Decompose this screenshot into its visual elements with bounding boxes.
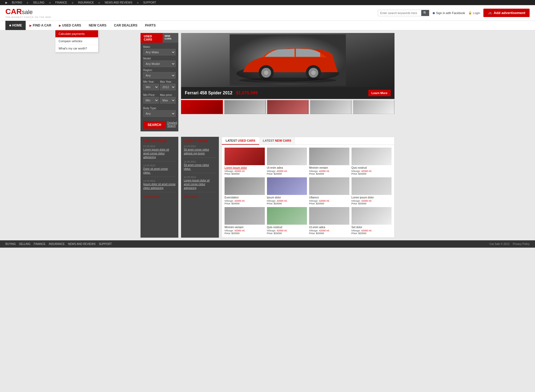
more-reviews-link[interactable]: More Reviews [143, 195, 160, 198]
review-3-link[interactable]: Ipsum dolor sit amet conse ctetur adipis… [143, 183, 176, 190]
header-right: 🔍 ■ Sign in with Facebook 🔒 Login 🚗 Add … [378, 9, 530, 17]
nav-home[interactable]: ■ HOME [5, 21, 26, 30]
min-price-label: Min Price: [143, 94, 159, 97]
min-price-select[interactable]: Min [143, 97, 159, 104]
car-card-3[interactable]: Mminim veniam Mileage: 42000 ml. Price: … [309, 148, 349, 175]
footer: BUYING SELLING FINANCE INSURANCE NEWS AN… [0, 240, 535, 248]
thumb-4[interactable] [310, 100, 352, 114]
footer-buying[interactable]: BUYING [5, 242, 16, 245]
car-price-10: Price: $20000 [267, 232, 307, 235]
car-price-8: Price: $20000 [352, 202, 392, 205]
car-card-4[interactable]: Quis nostrud Mileage: 42000 ml. Price: $… [352, 148, 392, 175]
car-img-5 [225, 177, 265, 195]
home-icon: ■ [9, 24, 11, 27]
car-card-10[interactable]: Quis nostrud Mileage: 42000 ml. Price: $… [267, 207, 307, 235]
more-news-link[interactable]: More News [184, 195, 198, 198]
tab-new-cars[interactable]: NEW CARS [163, 33, 178, 43]
topbar-arrow: ▶ [5, 1, 8, 4]
svg-point-4 [264, 71, 268, 75]
max-price-label: Max price: [160, 94, 176, 97]
car-name-7: Ullamco [309, 196, 349, 199]
news-1-link[interactable]: Sit amet conse ctetur adipisic-ing lorem [184, 148, 209, 155]
footer-finance[interactable]: FINANCE [34, 242, 46, 245]
topbar-buying[interactable]: BUYING [12, 1, 22, 4]
topbar-insurance[interactable]: INSURANCE [78, 1, 94, 4]
car-card-11[interactable]: Ut enim adea Mileage: 42000 ml. Price: $… [309, 207, 349, 235]
detailed-search-link[interactable]: Detailed Search [167, 121, 177, 127]
dropdown-compare[interactable]: Compare vehicles [55, 38, 98, 45]
thumb-3[interactable] [267, 100, 309, 114]
car-img-1 [225, 148, 265, 165]
cars-grid: Lorem ipsum dolor Mileage: 42000 ml. Pri… [222, 145, 394, 237]
footer-right: Car Sale © 2012 Privacy Policy [490, 242, 530, 245]
min-year-select[interactable]: Min [143, 84, 159, 90]
review-1-link[interactable]: Lorem ipsum dolor sit amet conse ctetur … [143, 148, 169, 159]
svg-point-7 [311, 71, 316, 75]
car-name-6: Ipsum dolor [267, 196, 307, 199]
news-2: 12.25.2012 Sit amet conse ctetur cletur. [184, 160, 216, 173]
car-card-2[interactable]: Ut enim adea Mileage: 42000 ml. Price: $… [267, 148, 307, 175]
nav-new-cars[interactable]: NEW CARS [85, 21, 110, 30]
car-img-6 [267, 177, 307, 195]
car-card-1[interactable]: Lorem ipsum dolor Mileage: 42000 ml. Pri… [225, 148, 265, 175]
nav-car-dealers[interactable]: CAR DEALERS [110, 21, 141, 30]
car-card-12[interactable]: Set dolor Mileage: 42000 ml. Price: $200… [352, 207, 392, 235]
car-card-6[interactable]: Ipsum dolor Mileage: 42000 ml. Price: $2… [267, 177, 307, 205]
car-name-4: Quis nostrud [352, 166, 392, 169]
review-2-link[interactable]: Dolor sit amet conse ctetur. [143, 167, 168, 174]
thumb-5[interactable] [353, 100, 394, 114]
review-1-date: 12.25.2012 [143, 145, 176, 148]
car-mileage-5: Mileage: 42000 ml. [225, 200, 265, 202]
topbar-news[interactable]: NEWS AND REVIEWS [105, 1, 132, 4]
search-button[interactable]: 🔍 [421, 10, 429, 16]
tab-used-cars[interactable]: USED CARS [141, 33, 163, 43]
tab-latest-new[interactable]: LATEST NEW CARS [259, 137, 295, 145]
car-mileage-6: Mileage: 42000 ml. [267, 200, 307, 202]
nav-find-a-car[interactable]: ▶ FIND A CAR [26, 21, 55, 30]
logo-sale: sale [22, 9, 33, 15]
tab-latest-used[interactable]: LATEST USED CARS [222, 137, 259, 145]
review-2: 12.25.2012 Dolor sit amet conse ctetur. [143, 164, 176, 177]
car-price-7: Price: $20000 [309, 202, 349, 205]
thumb-1[interactable] [181, 100, 223, 114]
make-select[interactable]: Any Make [143, 49, 176, 55]
make-label: Make: [143, 45, 176, 48]
nav-used-cars[interactable]: ▶ USED CARS Calculate payments Compare v… [55, 21, 85, 30]
car-card-5[interactable]: Exercitation Mileage: 42000 ml. Price: $… [225, 177, 265, 205]
region-select[interactable]: Any [143, 72, 176, 79]
footer-selling[interactable]: SELLING [19, 242, 30, 245]
car-name-1[interactable]: Lorem ipsum dolor [225, 166, 265, 169]
footer-support[interactable]: SUPPORT [99, 242, 112, 245]
nav-parts[interactable]: PARTS [141, 21, 159, 30]
topbar-selling[interactable]: SELLING [33, 1, 44, 4]
login-button[interactable]: 🔒 Login [468, 11, 480, 15]
thumb-2[interactable] [224, 100, 266, 114]
car-mileage-11: Mileage: 42000 ml. [309, 229, 349, 232]
dropdown-calculate[interactable]: Calculate payments [55, 30, 98, 38]
car-price-9: Price: $20000 [225, 232, 265, 235]
news-2-link[interactable]: Sit amet conse ctetur cletur. [184, 164, 209, 170]
max-price-select[interactable]: Max [160, 97, 176, 104]
footer-insurance[interactable]: INSURANCE [49, 242, 65, 245]
car-img-4 [352, 148, 392, 165]
footer-news[interactable]: NEWS AND REVIEWS [68, 242, 95, 245]
body-type-select[interactable]: Any [143, 110, 176, 117]
news-3-link[interactable]: Lorem ipsum dolor sit amet conse ctetur … [184, 179, 210, 190]
footer-privacy[interactable]: Privacy Policy [513, 242, 530, 245]
car-card-8[interactable]: Lorem ipsum dolor Mileage: 42000 ml. Pri… [352, 177, 392, 205]
add-advertisement-button[interactable]: 🚗 Add advertisement [483, 9, 530, 17]
topbar-support[interactable]: SUPPORT [143, 1, 156, 4]
hero-image [181, 33, 394, 87]
search-button[interactable]: SEARCH [143, 121, 166, 129]
model-select[interactable]: Any Model [143, 61, 176, 67]
fb-signin[interactable]: ■ Sign in with Facebook [433, 11, 465, 15]
learn-more-button[interactable]: Learn More [368, 90, 391, 96]
max-year-select[interactable]: 2012 [160, 84, 176, 90]
dropdown-worth[interactable]: What's my car worth? [55, 45, 98, 52]
latest-tabs: LATEST USED CARS LATEST NEW CARS [222, 137, 394, 145]
search-input[interactable] [378, 10, 421, 16]
topbar-finance[interactable]: FINANCE [55, 1, 67, 4]
car-name-9: Mminim veniam [225, 226, 265, 229]
car-card-9[interactable]: Mminim veniam Mileage: 42000 ml. Price: … [225, 207, 265, 235]
car-card-7[interactable]: Ullamco Mileage: 42000 ml. Price: $20000 [309, 177, 349, 205]
